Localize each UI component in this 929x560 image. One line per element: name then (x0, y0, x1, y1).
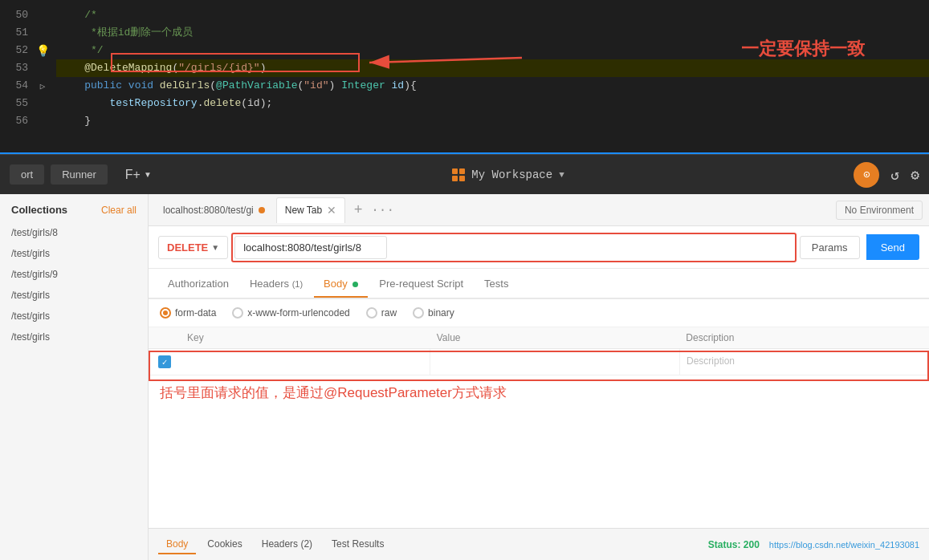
plus-icon: F+ (125, 168, 141, 182)
import-button[interactable]: ort (10, 164, 44, 185)
sidebar-item-3[interactable]: /test/girls/9 (0, 264, 148, 285)
method-label: DELETE (167, 241, 208, 254)
sync-icon[interactable]: ↺ (890, 166, 899, 184)
sidebar-item-6[interactable]: /test/girls (0, 327, 148, 347)
postman-main: Collections Clear all /test/girls/8 /tes… (0, 194, 929, 560)
code-line-56: } (56, 112, 929, 130)
clear-all-button[interactable]: Clear all (101, 205, 136, 216)
url-credit: https://blog.csdn.net/weixin_42193081 (769, 540, 919, 550)
row-checkbox-cell: ✓ (149, 349, 181, 375)
chevron-icon: ▼ (144, 170, 152, 179)
line-gutter: 💡 ▷ (36, 0, 56, 152)
code-line-50: /* (56, 6, 929, 24)
kv-value-input-cell[interactable] (430, 349, 680, 375)
tab-headers[interactable]: Headers (1) (240, 271, 312, 298)
kv-annotation-text: 括号里面请求的值，是通过@RequestParameter方式请求 (149, 375, 929, 410)
option-urlencoded[interactable]: x-www-form-urlencoded (232, 307, 349, 319)
tab-close-icon[interactable]: ✕ (327, 204, 336, 217)
radio-form-data[interactable] (160, 307, 171, 319)
workspace-chevron: ▼ (559, 170, 564, 180)
tab-new-label: New Tab (285, 205, 322, 216)
kv-key-input-cell[interactable] (181, 349, 430, 375)
sidebar-item-1[interactable]: /test/girls/8 (0, 222, 148, 243)
code-line-54: public void delGirls(@PathVariable("id")… (56, 77, 929, 95)
sidebar-header: Collections Clear all (0, 204, 148, 222)
method-selector[interactable]: DELETE ▼ (158, 236, 228, 259)
tab-body[interactable]: Body (314, 271, 368, 298)
bottom-tab-test-results[interactable]: Test Results (324, 535, 392, 554)
tab-pre-request[interactable]: Pre-request Script (369, 271, 473, 298)
collections-title: Collections (11, 204, 67, 216)
main-content: localhost:8080/test/gi New Tab ✕ + ··· N… (149, 194, 929, 560)
code-line-55: testRepository.delete(id); (56, 95, 929, 112)
request-bar: DELETE ▼ Params Send (149, 226, 929, 269)
option-raw[interactable]: raw (366, 307, 397, 319)
body-options: form-data x-www-form-urlencoded raw bina… (149, 299, 929, 327)
workspace-label: My Workspace (471, 168, 552, 181)
url-input-wrapper (234, 236, 793, 259)
status-badge: Status: 200 (708, 539, 760, 550)
url-input[interactable] (234, 236, 387, 259)
bottom-tab-headers[interactable]: Headers (2) (254, 535, 320, 554)
sidebar-item-4[interactable]: /test/girls (0, 285, 148, 306)
option-binary[interactable]: binary (413, 307, 454, 319)
method-chevron: ▼ (211, 243, 219, 252)
code-editor: 50 51 52 53 54 55 56 💡 ▷ /* *根据id删除一个成员 … (0, 0, 929, 152)
tab-add-button[interactable]: + (348, 201, 368, 220)
tab-1-dot (259, 207, 265, 213)
code-content: /* *根据id删除一个成员 */ @DeleteMapping("/girls… (56, 0, 929, 152)
tab-new[interactable]: New Tab ✕ (276, 197, 345, 223)
body-active-dot (352, 282, 358, 287)
bottom-tab-body[interactable]: Body (158, 535, 196, 554)
code-line-53: @DeleteMapping("/girls/{id}") (56, 59, 929, 77)
radio-urlencoded[interactable] (232, 307, 243, 319)
sidebar-item-2[interactable]: /test/girls (0, 243, 148, 264)
header-right-icons: ⊙ ↺ ⚙ (854, 162, 919, 188)
line-numbers: 50 51 52 53 54 55 56 (0, 0, 36, 152)
kv-row-1: ✓ Description (149, 349, 929, 375)
send-button[interactable]: Send (866, 234, 919, 260)
tabs-bar: localhost:8080/test/gi New Tab ✕ + ··· N… (149, 194, 929, 226)
separator-line (0, 152, 929, 154)
tab-tests[interactable]: Tests (475, 271, 518, 298)
annotation-text: 一定要保持一致 (741, 40, 865, 58)
radio-binary[interactable] (413, 307, 424, 319)
tab-1-url: localhost:8080/test/gi (163, 205, 254, 216)
sidebar: Collections Clear all /test/girls/8 /tes… (0, 194, 149, 560)
row-checkbox[interactable]: ✓ (158, 355, 171, 368)
radio-raw[interactable] (366, 307, 377, 319)
interceptor-icon[interactable]: ⊙ (854, 162, 879, 188)
sub-tabs: Authorization Headers (1) Body Pre-reque… (149, 269, 929, 299)
kv-annotation-area: ✓ Description 括号里面请求的值，是通过@RequestParame… (149, 349, 929, 410)
option-form-data[interactable]: form-data (160, 307, 216, 319)
no-environment-selector[interactable]: No Environment (836, 201, 923, 220)
kv-table-header: Key Value Description (149, 327, 929, 349)
tab-authorization[interactable]: Authorization (158, 271, 238, 298)
tab-request-1[interactable]: localhost:8080/test/gi (155, 197, 273, 223)
sidebar-item-5[interactable]: /test/girls (0, 306, 148, 327)
add-button[interactable]: F+ ▼ (114, 164, 163, 186)
settings-icon[interactable]: ⚙ (911, 166, 919, 184)
workspace-selector[interactable]: My Workspace ▼ (169, 168, 847, 181)
runner-button[interactable]: Runner (51, 164, 108, 185)
postman-header: ort Runner F+ ▼ My Workspace ▼ ⊙ ↺ ⚙ (0, 154, 929, 194)
bottom-tab-cookies[interactable]: Cookies (199, 535, 250, 554)
tab-more-button[interactable]: ··· (371, 203, 394, 217)
bottom-right-info: Status: 200 https://blog.csdn.net/weixin… (708, 539, 919, 550)
params-button[interactable]: Params (800, 236, 860, 259)
grid-icon (452, 168, 465, 181)
bottom-bar: Body Cookies Headers (2) Test Results St… (149, 528, 929, 560)
kv-desc-input-cell[interactable]: Description (680, 349, 929, 375)
